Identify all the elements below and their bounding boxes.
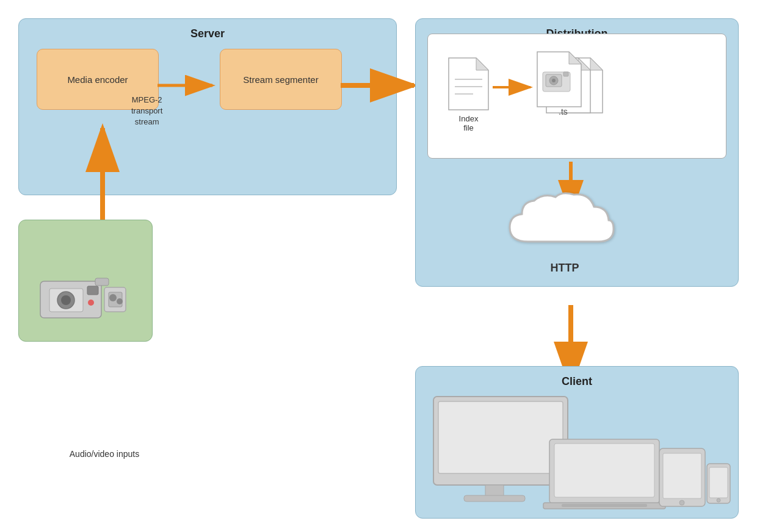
svg-marker-18 <box>476 58 488 70</box>
http-to-client-arrow <box>562 305 580 372</box>
client-title: Client <box>416 367 738 388</box>
camcorder-icon <box>37 269 132 324</box>
segmenter-to-dist-arrow <box>341 73 423 98</box>
cloud-icon <box>504 190 626 257</box>
svg-rect-41 <box>438 401 563 473</box>
svg-rect-52 <box>709 467 728 498</box>
svg-rect-34 <box>563 72 568 76</box>
svg-rect-43 <box>464 495 525 501</box>
index-to-ts-arrow <box>493 78 538 96</box>
svg-point-53 <box>717 498 720 502</box>
svg-point-50 <box>679 500 684 505</box>
diagram-container: Server Media encoder Stream segmenter MP… <box>0 0 757 532</box>
svg-rect-47 <box>562 504 647 507</box>
svg-rect-49 <box>663 453 701 498</box>
svg-rect-45 <box>554 444 654 497</box>
svg-text:.ts: .ts <box>559 107 568 117</box>
segmenter-label: Stream segmenter <box>243 74 318 85</box>
index-file-icon <box>446 55 491 113</box>
index-file-label: Indexfile <box>446 114 491 132</box>
av-box: Audio/video inputs <box>18 220 153 342</box>
svg-rect-8 <box>87 286 98 295</box>
svg-point-12 <box>88 300 94 306</box>
svg-marker-25 <box>590 58 603 70</box>
http-cloud-area: HTTP <box>458 189 672 275</box>
segmenter-box: Stream segmenter <box>220 49 342 110</box>
av-to-encoder-arrow <box>90 122 115 223</box>
av-label: Audio/video inputs <box>49 449 159 459</box>
encoder-label: Media encoder <box>67 74 128 85</box>
svg-rect-9 <box>95 278 109 286</box>
http-label: HTTP <box>551 262 579 275</box>
mpeg-label: MPEG-2transportstream <box>131 95 162 128</box>
ts-files-icon: .ts <box>534 49 614 122</box>
svg-point-33 <box>552 79 556 82</box>
client-devices-icon <box>421 390 733 509</box>
encoder-to-segmenter-arrow <box>158 73 222 98</box>
svg-point-16 <box>117 298 123 304</box>
server-title: Server <box>19 19 396 40</box>
svg-point-11 <box>61 295 71 305</box>
svg-point-15 <box>109 294 117 301</box>
